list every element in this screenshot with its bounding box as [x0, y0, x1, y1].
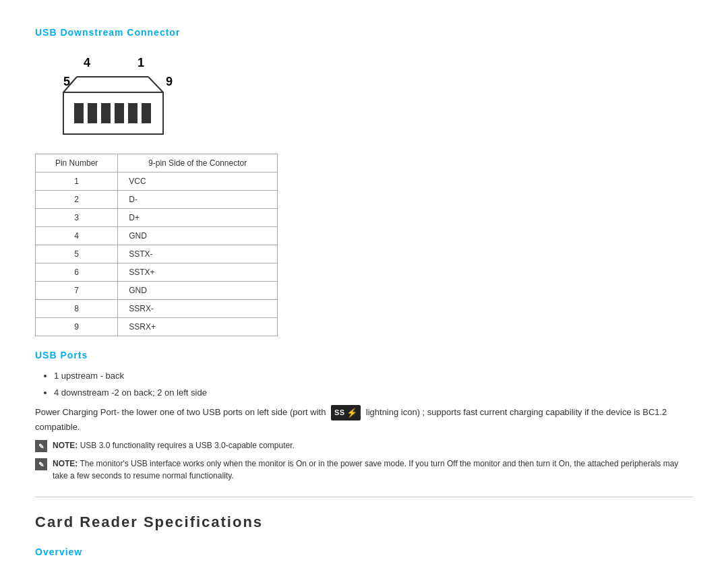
pin-signal: D+: [118, 208, 278, 226]
pin-table: Pin Number 9-pin Side of the Connector 1…: [35, 154, 278, 336]
note-icon: ✎: [35, 440, 47, 452]
svg-text:9: 9: [166, 75, 173, 88]
svg-text:✎: ✎: [38, 443, 44, 450]
pin-signal: VCC: [118, 172, 278, 190]
table-row: 9SSRX+: [36, 317, 278, 336]
table-row: 3D+: [36, 208, 278, 226]
pin-number: 5: [36, 245, 118, 263]
note-box: ✎ NOTE: The monitor's USB interface work…: [35, 458, 693, 482]
svg-rect-13: [142, 103, 151, 123]
svg-rect-9: [88, 103, 97, 123]
svg-rect-8: [74, 103, 84, 123]
usb-downstream-section: USB Downstream Connector 4 5 1 9: [35, 26, 693, 482]
table-row: 6SSTX+: [36, 263, 278, 281]
svg-text:1: 1: [138, 56, 144, 69]
note-text: NOTE: USB 3.0 functionality requires a U…: [53, 439, 693, 451]
notes-container: ✎ NOTE: USB 3.0 functionality requires a…: [35, 439, 693, 482]
table-row: 2D-: [36, 190, 278, 208]
connector-svg: 4 5 1 9: [35, 46, 190, 137]
pin-number: 6: [36, 263, 118, 281]
table-row: 1VCC: [36, 172, 278, 190]
svg-text:4: 4: [84, 56, 90, 69]
usb-connector-diagram: 4 5 1 9: [35, 46, 693, 142]
pin-number: 3: [36, 208, 118, 226]
note-icon: ✎: [35, 458, 47, 470]
card-reader-title: Card Reader Specifications: [35, 511, 693, 533]
note-box: ✎ NOTE: USB 3.0 functionality requires a…: [35, 439, 693, 452]
section-divider: [35, 497, 693, 497]
pin-number: 2: [36, 190, 118, 208]
pin-number: 1: [36, 172, 118, 190]
note-label: NOTE:: [53, 441, 78, 450]
pin-number: 8: [36, 299, 118, 317]
table-row: 7GND: [36, 281, 278, 299]
pin-signal: GND: [118, 281, 278, 299]
pin-signal: SSTX+: [118, 263, 278, 281]
usb-ports-title: USB Ports: [35, 348, 693, 363]
note-label: NOTE:: [53, 459, 78, 468]
table-row: 5SSTX-: [36, 245, 278, 263]
table-row: 4GND: [36, 226, 278, 245]
lightning-icon: ⚡: [346, 406, 358, 420]
pin-signal: SSRX+: [118, 317, 278, 336]
svg-text:✎: ✎: [38, 461, 44, 468]
charging-port-para: Power Charging Port- the lower one of tw…: [35, 405, 693, 434]
svg-rect-11: [115, 103, 124, 123]
pin-number: 4: [36, 226, 118, 245]
pin-number: 7: [36, 281, 118, 299]
list-item: 1 upstream - back: [54, 369, 693, 383]
table-row: 8SSRX-: [36, 299, 278, 317]
pin-table-col2-header: 9-pin Side of the Connector: [118, 154, 278, 172]
usb-ports-list: 1 upstream - back4 downstream -2 on back…: [35, 369, 693, 400]
svg-rect-12: [128, 103, 138, 123]
overview-title: Overview: [35, 545, 693, 559]
pin-signal: D-: [118, 190, 278, 208]
pin-signal: SSRX-: [118, 299, 278, 317]
pin-table-col1-header: Pin Number: [36, 154, 118, 172]
note-text: NOTE: The monitor's USB interface works …: [53, 458, 693, 482]
ss-badge: SS⚡: [331, 405, 361, 421]
pin-signal: SSTX-: [118, 245, 278, 263]
list-item: 4 downstream -2 on back; 2 on left side: [54, 386, 693, 400]
svg-rect-10: [101, 103, 111, 123]
pin-signal: GND: [118, 226, 278, 245]
usb-downstream-title: USB Downstream Connector: [35, 26, 693, 40]
pin-number: 9: [36, 317, 118, 336]
svg-line-5: [148, 77, 163, 92]
card-reader-section: Card Reader Specifications Overview The …: [35, 511, 693, 563]
charging-prefix: Power Charging Port- the lower one of tw…: [35, 407, 328, 417]
